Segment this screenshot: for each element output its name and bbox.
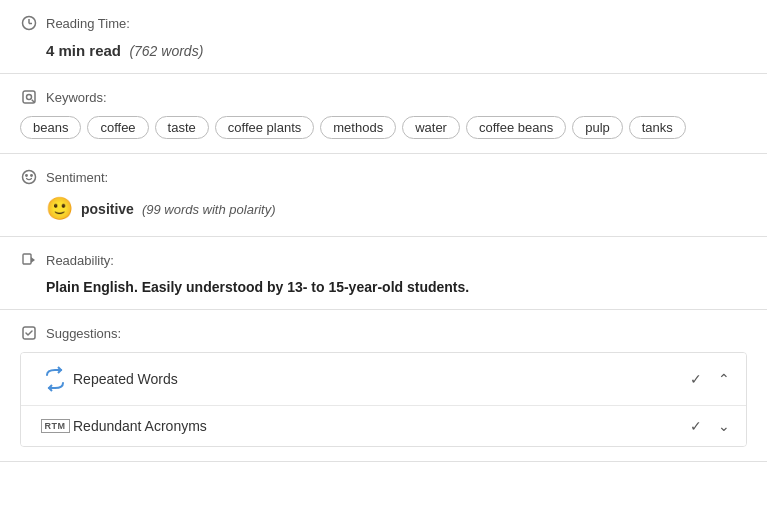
keyword-tag[interactable]: pulp <box>572 116 623 139</box>
keywords-header: Keywords: <box>20 88 747 106</box>
reading-time-header: Reading Time: <box>20 14 747 32</box>
check-icon[interactable]: ✓ <box>690 371 702 387</box>
chevron-down-icon[interactable]: ⌄ <box>718 418 730 434</box>
keyword-tag[interactable]: water <box>402 116 460 139</box>
svg-marker-10 <box>31 257 35 263</box>
suggestions-section: Suggestions: Repeated Words ✓ ⌃ RTM Redu… <box>0 310 767 462</box>
sentiment-header: Sentiment: <box>20 168 747 186</box>
rtm-icon: RTM <box>41 419 70 433</box>
sentiment-label: Sentiment: <box>46 170 108 185</box>
readability-header: Readability: <box>20 251 747 269</box>
suggestion-label: Redundant Acronyms <box>73 418 690 434</box>
keyword-tag[interactable]: coffee plants <box>215 116 314 139</box>
keyword-tag[interactable]: coffee <box>87 116 148 139</box>
suggestions-list: Repeated Words ✓ ⌃ RTM Redundant Acronym… <box>20 352 747 447</box>
svg-point-4 <box>27 95 32 100</box>
sentiment-content: 🙂 positive (99 words with polarity) <box>46 196 747 222</box>
keywords-container: beanscoffeetastecoffee plantsmethodswate… <box>20 116 747 139</box>
sentiment-detail: (99 words with polarity) <box>142 202 276 217</box>
reading-time-words: (762 words) <box>129 43 203 59</box>
keyword-tag[interactable]: methods <box>320 116 396 139</box>
suggestions-icon <box>20 324 38 342</box>
suggestions-label: Suggestions: <box>46 326 121 341</box>
reading-time-value: 4 min read (762 words) <box>46 42 747 59</box>
sentiment-icon <box>20 168 38 186</box>
suggestion-icon-container <box>37 365 73 393</box>
clock-icon <box>20 14 38 32</box>
suggestion-actions: ✓ ⌄ <box>690 418 730 434</box>
svg-point-7 <box>26 175 27 176</box>
suggestion-actions: ✓ ⌃ <box>690 371 730 387</box>
suggestion-icon-container: RTM <box>37 419 73 433</box>
repeat-icon <box>41 365 69 393</box>
suggestion-label: Repeated Words <box>73 371 690 387</box>
reading-time-section: Reading Time: 4 min read (762 words) <box>0 0 767 74</box>
keywords-section: Keywords: beanscoffeetastecoffee plantsm… <box>0 74 767 154</box>
keywords-icon <box>20 88 38 106</box>
keyword-tag[interactable]: beans <box>20 116 81 139</box>
suggestion-row: RTM Redundant Acronyms ✓ ⌄ <box>21 406 746 446</box>
reading-time-label: Reading Time: <box>46 16 130 31</box>
svg-rect-9 <box>23 254 31 264</box>
svg-point-6 <box>23 171 36 184</box>
sentiment-positive-label: positive <box>81 201 134 217</box>
svg-point-8 <box>31 175 32 176</box>
check-icon[interactable]: ✓ <box>690 418 702 434</box>
readability-icon <box>20 251 38 269</box>
chevron-up-icon[interactable]: ⌃ <box>718 371 730 387</box>
keyword-tag[interactable]: taste <box>155 116 209 139</box>
keyword-tag[interactable]: tanks <box>629 116 686 139</box>
reading-time-minutes: 4 min read <box>46 42 121 59</box>
suggestion-row: Repeated Words ✓ ⌃ <box>21 353 746 406</box>
keywords-label: Keywords: <box>46 90 107 105</box>
readability-label: Readability: <box>46 253 114 268</box>
suggestions-header: Suggestions: <box>20 324 747 342</box>
svg-line-5 <box>32 100 34 102</box>
sentiment-emoji: 🙂 <box>46 196 73 222</box>
keyword-tag[interactable]: coffee beans <box>466 116 566 139</box>
sentiment-section: Sentiment: 🙂 positive (99 words with pol… <box>0 154 767 237</box>
readability-section: Readability: Plain English. Easily under… <box>0 237 767 310</box>
readability-content: Plain English. Easily understood by 13- … <box>46 279 747 295</box>
